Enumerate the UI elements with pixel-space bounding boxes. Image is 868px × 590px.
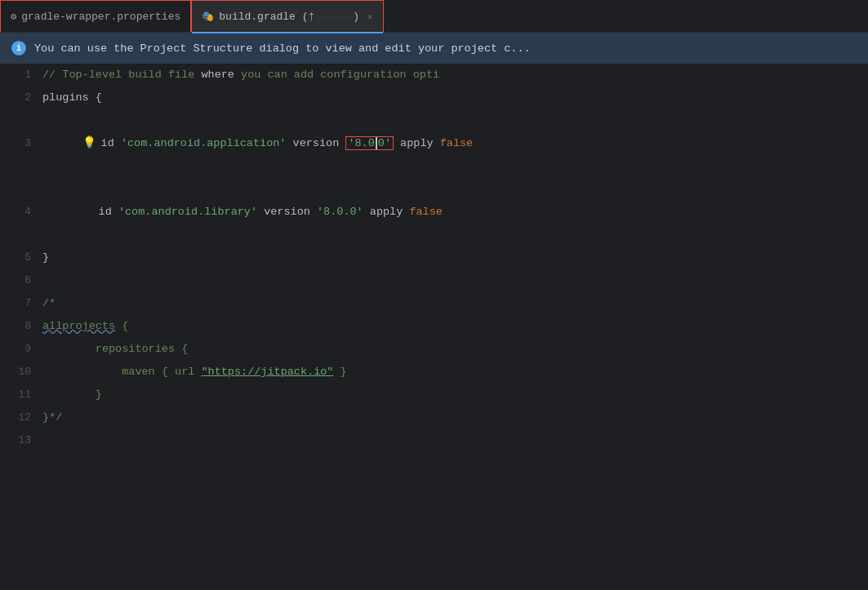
line-content-5: } xyxy=(42,246,49,269)
line-content-8: allprojects { xyxy=(42,315,128,338)
tab-gradle-wrapper-label: gradle-wrapper.properties xyxy=(21,11,180,23)
line-num-4: 4 xyxy=(0,201,42,224)
tab-build-gradle-label: build.gradle (†......) xyxy=(219,11,359,23)
gradle-icon: 🎭 xyxy=(202,11,214,23)
code-line-10: 10 maven { url "https://jitpack.io" } xyxy=(0,361,868,384)
code-line-9: 9 repositories { xyxy=(0,338,868,361)
line-num-11: 11 xyxy=(0,384,42,406)
line-num-2: 2 xyxy=(0,87,42,109)
code-line-12: 12 }*/ xyxy=(0,406,868,429)
tab-gradle-wrapper[interactable]: ⚙ gradle-wrapper.properties xyxy=(0,0,191,32)
code-line-13: 13 xyxy=(0,429,868,452)
line-content-2: plugins { xyxy=(42,87,102,109)
code-line-8: 8 allprojects { xyxy=(0,315,868,338)
info-message: You can use the Project Structure dialog… xyxy=(34,42,531,55)
code-line-2: 2 plugins { xyxy=(0,87,868,109)
code-line-7: 7 /* xyxy=(0,292,868,315)
line-num-7: 7 xyxy=(0,292,42,315)
info-bar: i You can use the Project Structure dial… xyxy=(0,33,868,64)
line-content-10: maven { url "https://jitpack.io" } xyxy=(42,361,347,384)
line-content-1: // Top-level build file where you can ad… xyxy=(42,64,439,87)
line-num-9: 9 xyxy=(0,338,42,361)
code-line-1: 1 // Top-level build file where you can … xyxy=(0,64,868,87)
code-editor: 1 // Top-level build file where you can … xyxy=(0,64,868,452)
line-content-3: 💡id 'com.android.application' version '8… xyxy=(42,109,473,178)
code-line-6: 6 xyxy=(0,269,868,292)
tab-bar: ⚙ gradle-wrapper.properties 🎭 build.grad… xyxy=(0,0,868,33)
code-line-4: 4 id 'com.android.library' version '8.0.… xyxy=(0,178,868,246)
line-num-6: 6 xyxy=(0,269,42,292)
line-content-11: } xyxy=(42,384,102,406)
line-num-12: 12 xyxy=(0,406,42,429)
line-content-12: }*/ xyxy=(42,406,62,429)
code-line-3: 3 💡id 'com.android.application' version … xyxy=(0,109,868,178)
line-num-8: 8 xyxy=(0,315,42,338)
line-content-4: id 'com.android.library' version '8.0.0'… xyxy=(42,178,443,246)
line-num-13: 13 xyxy=(0,429,42,452)
line-num-5: 5 xyxy=(0,246,42,269)
line-content-7: /* xyxy=(42,292,56,315)
tab-build-gradle[interactable]: 🎭 build.gradle (†......) ✕ xyxy=(191,0,383,32)
code-line-5: 5 } xyxy=(0,246,868,269)
gear-icon: ⚙ xyxy=(11,11,16,23)
code-line-11: 11 } xyxy=(0,384,868,406)
line-num-1: 1 xyxy=(0,64,42,87)
info-icon: i xyxy=(11,41,26,55)
line-num-10: 10 xyxy=(0,361,42,384)
tab-close-icon[interactable]: ✕ xyxy=(367,11,373,22)
line-num-3: 3 xyxy=(0,132,42,155)
line-content-9: repositories { xyxy=(42,338,188,361)
